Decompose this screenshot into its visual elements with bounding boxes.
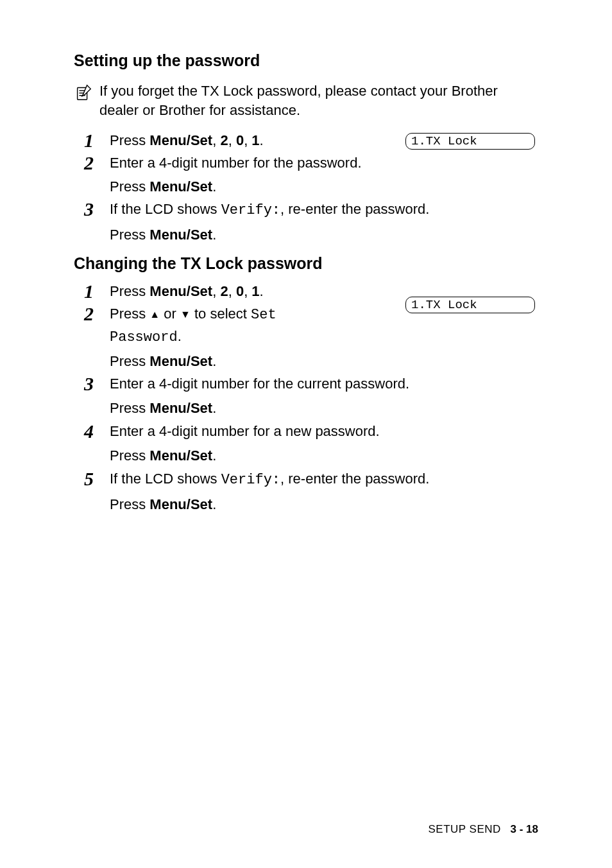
text-mono: Set (251, 307, 276, 323)
text: , (228, 283, 236, 299)
text: Press (110, 178, 149, 195)
text: . (260, 283, 264, 299)
text-bold: Menu/Set (149, 496, 212, 512)
text: , (212, 132, 220, 148)
step-body: Enter a 4-digit number for the current p… (110, 373, 538, 419)
section2-step5: 5 If the LCD shows Verify:, re-enter the… (84, 468, 538, 516)
text: . (260, 132, 264, 148)
step-number: 3 (84, 198, 110, 219)
text-bold: Menu/Set (149, 178, 212, 195)
section1-step2: 2 Enter a 4-digit number for the passwor… (84, 152, 538, 197)
text: , (244, 132, 251, 148)
text: or (160, 306, 180, 322)
step-number: 3 (84, 373, 110, 394)
up-arrow-icon: ▲ (149, 309, 160, 320)
text: Press (110, 400, 149, 416)
step-body: Enter a 4-digit number for the password.… (110, 152, 538, 197)
text-bold: 0 (236, 283, 244, 299)
text-mono: Password (110, 329, 178, 345)
footer-page: 3 - 18 (511, 823, 538, 835)
text-bold: Menu/Set (149, 400, 212, 416)
down-arrow-icon: ▼ (180, 309, 191, 320)
text-mono: Verify: (221, 472, 280, 488)
heading-setting-up-password: Setting up the password (74, 51, 538, 70)
text-bold: Menu/Set (149, 447, 212, 464)
text: If the LCD shows (110, 201, 221, 217)
text-bold: 2 (220, 132, 228, 148)
text-bold: 0 (236, 132, 244, 148)
text: . (212, 400, 216, 416)
text: Press (110, 283, 149, 299)
step-number: 5 (84, 468, 110, 489)
text-bold: Menu/Set (149, 283, 212, 299)
text-bold: 2 (220, 283, 228, 299)
heading-changing-password: Changing the TX Lock password (74, 254, 538, 273)
page-footer: SETUP SEND 3 - 18 (428, 823, 538, 836)
text: Press (110, 306, 149, 322)
text: . (212, 447, 216, 464)
step-number: 1 (84, 281, 110, 301)
text: . (212, 227, 216, 243)
step-number: 1 (84, 130, 110, 150)
text: Enter a 4-digit number for the current p… (110, 376, 409, 392)
text: Press (110, 353, 149, 369)
text: If the LCD shows (110, 471, 221, 487)
lcd-display-1: 1.TX Lock (405, 133, 535, 150)
text: . (212, 353, 216, 369)
text: to select (191, 306, 251, 322)
text: Press (110, 132, 149, 148)
footer-section: SETUP SEND (428, 823, 500, 835)
text: . (178, 328, 182, 344)
text: . (212, 178, 216, 195)
text: Enter a 4-digit number for the password. (110, 155, 362, 171)
text: Press (110, 496, 149, 512)
text: , re-enter the password. (280, 471, 429, 487)
note-icon (74, 83, 94, 105)
section2-step3: 3 Enter a 4-digit number for the current… (84, 373, 538, 419)
step-body: If the LCD shows Verify:, re-enter the p… (110, 468, 538, 516)
text-bold: 1 (251, 132, 259, 148)
step-number: 2 (84, 152, 110, 173)
text: Press (110, 447, 149, 464)
text: , re-enter the password. (280, 201, 429, 217)
step-number: 2 (84, 303, 110, 324)
text: . (212, 496, 216, 512)
section2-step4: 4 Enter a 4-digit number for a new passw… (84, 421, 538, 467)
section2-steps: 1 Press Menu/Set, 2, 0, 1. 2 Press ▲ or … (84, 281, 538, 516)
note-text: If you forget the TX Lock password, plea… (99, 82, 538, 119)
lcd-display-2: 1.TX Lock (405, 297, 535, 313)
step-number: 4 (84, 421, 110, 441)
step-body: If the LCD shows Verify:, re-enter the p… (110, 198, 538, 246)
text-bold: Menu/Set (149, 227, 212, 243)
text: , (212, 283, 220, 299)
text: Press (110, 227, 149, 243)
step-body: Enter a 4-digit number for a new passwor… (110, 421, 538, 467)
text-bold: Menu/Set (149, 132, 212, 148)
text-mono: Verify: (221, 202, 280, 218)
section1-step3: 3 If the LCD shows Verify:, re-enter the… (84, 198, 538, 246)
text: , (244, 283, 251, 299)
text: Enter a 4-digit number for a new passwor… (110, 423, 380, 439)
text: , (228, 132, 236, 148)
text-bold: 1 (251, 283, 259, 299)
text-bold: Menu/Set (149, 353, 212, 369)
note-block: If you forget the TX Lock password, plea… (74, 82, 538, 119)
